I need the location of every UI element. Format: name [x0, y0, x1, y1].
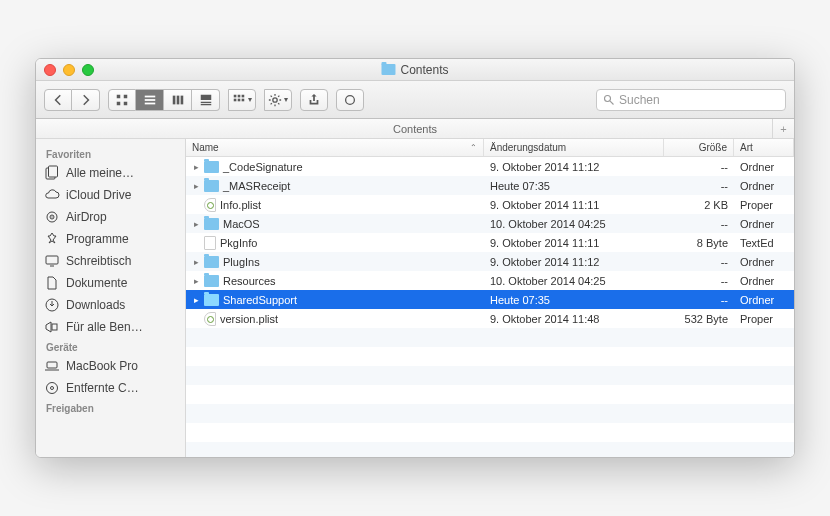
view-column-button[interactable]	[164, 89, 192, 111]
svg-rect-29	[52, 324, 57, 330]
svg-rect-4	[144, 95, 155, 97]
folder-icon	[204, 294, 219, 306]
empty-row	[186, 423, 794, 442]
file-name: SharedSupport	[223, 294, 297, 306]
svg-point-20	[346, 95, 355, 104]
table-row[interactable]: Info.plist9. Oktober 2014 11:112 KBPrope…	[186, 195, 794, 214]
sidebar-item[interactable]: Schreibtisch	[36, 250, 185, 272]
empty-row	[186, 366, 794, 385]
forward-button[interactable]	[72, 89, 100, 111]
file-kind: Ordner	[734, 256, 794, 268]
titlebar[interactable]: Contents	[36, 59, 794, 81]
file-kind: Ordner	[734, 218, 794, 230]
svg-rect-23	[49, 166, 58, 177]
table-row[interactable]: ▸SharedSupportHeute 07:35--Ordner	[186, 290, 794, 309]
column-size[interactable]: Größe	[664, 139, 734, 156]
table-row[interactable]: ▸_CodeSignature9. Oktober 2014 11:12--Or…	[186, 157, 794, 176]
sidebar-item-label: Schreibtisch	[66, 254, 131, 268]
sidebar-item[interactable]: Entfernte C…	[36, 377, 185, 399]
table-row[interactable]: ▸Resources10. Oktober 2014 04:25--Ordner	[186, 271, 794, 290]
sidebar-item[interactable]: AirDrop	[36, 206, 185, 228]
toolbar: ▾ ▾ Suchen	[36, 81, 794, 119]
sidebar-item-label: Alle meine…	[66, 166, 134, 180]
view-list-button[interactable]	[136, 89, 164, 111]
disclosure-triangle-icon[interactable]: ▸	[192, 181, 200, 191]
file-kind: Ordner	[734, 294, 794, 306]
tab-bar: Contents +	[36, 119, 794, 139]
svg-rect-30	[47, 362, 57, 368]
file-list: Name⌃ Änderungsdatum Größe Art ▸_CodeSig…	[186, 139, 794, 457]
table-row[interactable]: ▸PlugIns9. Oktober 2014 11:12--Ordner	[186, 252, 794, 271]
disclosure-triangle-icon[interactable]: ▸	[192, 162, 200, 172]
sidebar-item-label: AirDrop	[66, 210, 107, 224]
file-date: 9. Oktober 2014 11:12	[484, 161, 664, 173]
table-row[interactable]: ▸_MASReceiptHeute 07:35--Ordner	[186, 176, 794, 195]
svg-rect-16	[234, 98, 237, 101]
svg-rect-7	[172, 95, 175, 104]
file-size: --	[664, 180, 734, 192]
svg-rect-18	[242, 98, 245, 101]
column-name[interactable]: Name⌃	[186, 139, 484, 156]
sidebar-item[interactable]: iCloud Drive	[36, 184, 185, 206]
svg-rect-12	[200, 103, 211, 104]
sidebar-item[interactable]: Dokumente	[36, 272, 185, 294]
file-date: 9. Oktober 2014 11:11	[484, 199, 664, 211]
empty-row	[186, 442, 794, 457]
file-name: Info.plist	[220, 199, 261, 211]
table-row[interactable]: PkgInfo9. Oktober 2014 11:118 ByteTextEd	[186, 233, 794, 252]
disclosure-triangle-icon[interactable]: ▸	[192, 276, 200, 286]
disclosure-triangle-icon[interactable]: ▸	[192, 219, 200, 229]
sidebar-item[interactable]: Downloads	[36, 294, 185, 316]
close-button[interactable]	[44, 64, 56, 76]
file-size: --	[664, 256, 734, 268]
share-button[interactable]	[300, 89, 328, 111]
file-date: 9. Oktober 2014 11:11	[484, 237, 664, 249]
view-coverflow-button[interactable]	[192, 89, 220, 111]
table-row[interactable]: version.plist9. Oktober 2014 11:48532 By…	[186, 309, 794, 328]
downloads-icon	[44, 297, 60, 313]
folder-icon	[204, 218, 219, 230]
svg-point-26	[51, 216, 53, 218]
column-date[interactable]: Änderungsdatum	[484, 139, 664, 156]
sidebar-item-label: Für alle Ben…	[66, 320, 143, 334]
arrange-button[interactable]: ▾	[228, 89, 256, 111]
svg-rect-14	[238, 94, 241, 97]
file-kind: TextEd	[734, 237, 794, 249]
nav-buttons	[44, 89, 100, 111]
column-headers: Name⌃ Änderungsdatum Größe Art	[186, 139, 794, 157]
file-name: _MASReceipt	[223, 180, 290, 192]
svg-point-21	[605, 95, 611, 101]
tags-button[interactable]	[336, 89, 364, 111]
svg-rect-15	[242, 94, 245, 97]
disclosure-triangle-icon[interactable]: ▸	[192, 295, 200, 305]
sidebar-item[interactable]: Alle meine…	[36, 162, 185, 184]
sidebar: FavoritenAlle meine…iCloud DriveAirDropP…	[36, 139, 186, 457]
file-date: 10. Oktober 2014 04:25	[484, 218, 664, 230]
tab-label[interactable]: Contents	[393, 123, 437, 135]
search-field[interactable]: Suchen	[596, 89, 786, 111]
folder-icon	[204, 180, 219, 192]
back-button[interactable]	[44, 89, 72, 111]
table-row[interactable]: ▸MacOS10. Oktober 2014 04:25--Ordner	[186, 214, 794, 233]
disclosure-triangle-icon[interactable]: ▸	[192, 257, 200, 267]
view-icon-button[interactable]	[108, 89, 136, 111]
sidebar-item[interactable]: MacBook Pro	[36, 355, 185, 377]
action-button[interactable]: ▾	[264, 89, 292, 111]
zoom-button[interactable]	[82, 64, 94, 76]
svg-rect-6	[144, 102, 155, 104]
file-kind: Ordner	[734, 161, 794, 173]
apps-icon	[44, 231, 60, 247]
column-kind[interactable]: Art	[734, 139, 794, 156]
file-name: PlugIns	[223, 256, 260, 268]
sidebar-item[interactable]: Programme	[36, 228, 185, 250]
sidebar-header: Freigaben	[36, 399, 185, 416]
add-tab-button[interactable]: +	[772, 119, 794, 139]
minimize-button[interactable]	[63, 64, 75, 76]
file-date: 9. Oktober 2014 11:48	[484, 313, 664, 325]
sidebar-item-label: MacBook Pro	[66, 359, 138, 373]
icloud-icon	[44, 187, 60, 203]
file-name: version.plist	[220, 313, 278, 325]
svg-rect-3	[124, 101, 128, 105]
sidebar-item[interactable]: Für alle Ben…	[36, 316, 185, 338]
plist-icon	[204, 198, 216, 212]
